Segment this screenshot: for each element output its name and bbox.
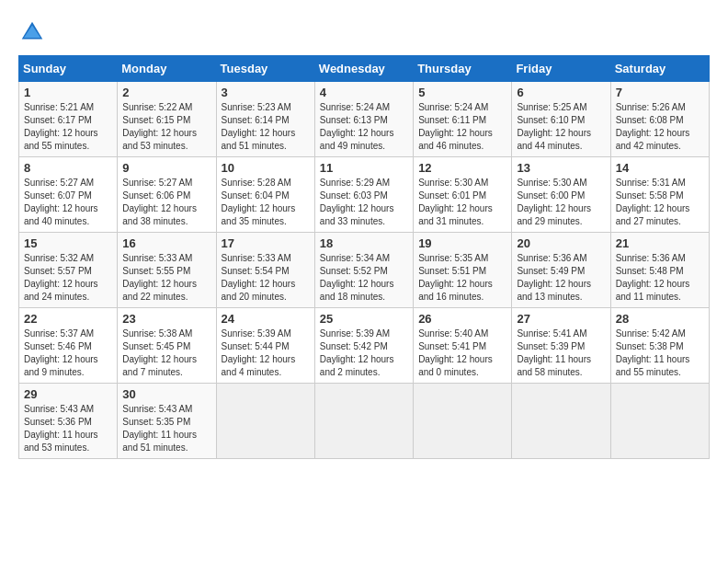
day-info: Sunrise: 5:25 AM Sunset: 6:10 PM Dayligh… <box>517 101 605 153</box>
calendar-cell: 21 Sunrise: 5:36 AM Sunset: 5:48 PM Dayl… <box>610 233 709 308</box>
day-number: 28 <box>616 312 704 326</box>
calendar-cell: 25 Sunrise: 5:39 AM Sunset: 5:42 PM Dayl… <box>314 308 413 384</box>
day-info: Sunrise: 5:39 AM Sunset: 5:42 PM Dayligh… <box>320 327 408 379</box>
calendar-cell: 23 Sunrise: 5:38 AM Sunset: 5:45 PM Dayl… <box>118 308 216 384</box>
calendar-week-row: 29 Sunrise: 5:43 AM Sunset: 5:36 PM Dayl… <box>19 384 710 459</box>
day-info: Sunrise: 5:34 AM Sunset: 5:52 PM Dayligh… <box>320 252 408 304</box>
day-info: Sunrise: 5:42 AM Sunset: 5:38 PM Dayligh… <box>616 327 704 379</box>
day-info: Sunrise: 5:26 AM Sunset: 6:08 PM Dayligh… <box>616 101 704 153</box>
day-info: Sunrise: 5:30 AM Sunset: 6:01 PM Dayligh… <box>418 177 506 228</box>
day-number: 12 <box>418 161 506 175</box>
weekday-header: Tuesday <box>216 56 314 82</box>
day-info: Sunrise: 5:43 AM Sunset: 5:35 PM Dayligh… <box>122 403 210 454</box>
calendar-cell: 30 Sunrise: 5:43 AM Sunset: 5:35 PM Dayl… <box>118 384 216 459</box>
day-number: 2 <box>122 86 210 99</box>
calendar-cell <box>314 384 413 459</box>
calendar-week-row: 8 Sunrise: 5:27 AM Sunset: 6:07 PM Dayli… <box>19 157 710 233</box>
day-number: 17 <box>222 236 310 250</box>
calendar-cell: 22 Sunrise: 5:37 AM Sunset: 5:46 PM Dayl… <box>19 308 118 384</box>
calendar-cell: 4 Sunrise: 5:24 AM Sunset: 6:13 PM Dayli… <box>314 82 413 157</box>
calendar-cell: 12 Sunrise: 5:30 AM Sunset: 6:01 PM Dayl… <box>414 157 512 233</box>
day-info: Sunrise: 5:33 AM Sunset: 5:55 PM Dayligh… <box>122 252 210 304</box>
day-number: 5 <box>418 86 506 99</box>
calendar-cell: 13 Sunrise: 5:30 AM Sunset: 6:00 PM Dayl… <box>512 157 610 233</box>
day-info: Sunrise: 5:39 AM Sunset: 5:44 PM Dayligh… <box>222 327 310 379</box>
calendar-cell <box>610 384 709 459</box>
day-info: Sunrise: 5:22 AM Sunset: 6:15 PM Dayligh… <box>122 101 210 153</box>
day-info: Sunrise: 5:27 AM Sunset: 6:07 PM Dayligh… <box>24 177 112 228</box>
weekday-header-row: SundayMondayTuesdayWednesdayThursdayFrid… <box>19 56 710 82</box>
day-number: 21 <box>616 236 704 250</box>
calendar-table: SundayMondayTuesdayWednesdayThursdayFrid… <box>18 55 710 459</box>
day-number: 20 <box>517 236 605 250</box>
weekday-header: Saturday <box>610 56 709 82</box>
day-number: 14 <box>616 161 704 175</box>
day-number: 18 <box>320 236 408 250</box>
calendar-cell: 19 Sunrise: 5:35 AM Sunset: 5:51 PM Dayl… <box>414 233 512 308</box>
day-number: 19 <box>418 236 506 250</box>
calendar-cell: 17 Sunrise: 5:33 AM Sunset: 5:54 PM Dayl… <box>216 233 314 308</box>
logo-icon <box>18 18 46 46</box>
day-number: 3 <box>222 86 310 99</box>
day-info: Sunrise: 5:40 AM Sunset: 5:41 PM Dayligh… <box>418 327 506 379</box>
day-info: Sunrise: 5:29 AM Sunset: 6:03 PM Dayligh… <box>320 177 408 228</box>
day-number: 9 <box>122 161 210 175</box>
day-info: Sunrise: 5:36 AM Sunset: 5:48 PM Dayligh… <box>616 252 704 304</box>
day-number: 16 <box>122 236 210 250</box>
day-info: Sunrise: 5:35 AM Sunset: 5:51 PM Dayligh… <box>418 252 506 304</box>
day-info: Sunrise: 5:28 AM Sunset: 6:04 PM Dayligh… <box>222 177 310 228</box>
day-info: Sunrise: 5:23 AM Sunset: 6:14 PM Dayligh… <box>222 101 310 153</box>
calendar-cell: 6 Sunrise: 5:25 AM Sunset: 6:10 PM Dayli… <box>512 82 610 157</box>
calendar-cell: 1 Sunrise: 5:21 AM Sunset: 6:17 PM Dayli… <box>19 82 118 157</box>
calendar-cell: 28 Sunrise: 5:42 AM Sunset: 5:38 PM Dayl… <box>610 308 709 384</box>
calendar-week-row: 15 Sunrise: 5:32 AM Sunset: 5:57 PM Dayl… <box>19 233 710 308</box>
day-info: Sunrise: 5:30 AM Sunset: 6:00 PM Dayligh… <box>517 177 605 228</box>
day-info: Sunrise: 5:32 AM Sunset: 5:57 PM Dayligh… <box>24 252 112 304</box>
day-number: 10 <box>222 161 310 175</box>
calendar-cell: 29 Sunrise: 5:43 AM Sunset: 5:36 PM Dayl… <box>19 384 118 459</box>
calendar-cell <box>512 384 610 459</box>
weekday-header: Monday <box>118 56 216 82</box>
weekday-header: Friday <box>512 56 610 82</box>
day-number: 25 <box>320 312 408 326</box>
day-info: Sunrise: 5:21 AM Sunset: 6:17 PM Dayligh… <box>24 101 112 153</box>
day-info: Sunrise: 5:41 AM Sunset: 5:39 PM Dayligh… <box>517 327 605 379</box>
calendar-cell: 7 Sunrise: 5:26 AM Sunset: 6:08 PM Dayli… <box>610 82 709 157</box>
day-number: 24 <box>222 312 310 326</box>
day-number: 6 <box>517 86 605 99</box>
day-number: 1 <box>24 86 112 99</box>
calendar-cell: 18 Sunrise: 5:34 AM Sunset: 5:52 PM Dayl… <box>314 233 413 308</box>
day-number: 29 <box>24 387 112 401</box>
calendar-week-row: 1 Sunrise: 5:21 AM Sunset: 6:17 PM Dayli… <box>19 82 710 157</box>
calendar-cell: 3 Sunrise: 5:23 AM Sunset: 6:14 PM Dayli… <box>216 82 314 157</box>
day-number: 7 <box>616 86 704 99</box>
day-info: Sunrise: 5:33 AM Sunset: 5:54 PM Dayligh… <box>222 252 310 304</box>
calendar-cell: 14 Sunrise: 5:31 AM Sunset: 5:58 PM Dayl… <box>610 157 709 233</box>
logo <box>18 18 50 46</box>
day-info: Sunrise: 5:36 AM Sunset: 5:49 PM Dayligh… <box>517 252 605 304</box>
day-number: 13 <box>517 161 605 175</box>
weekday-header: Sunday <box>19 56 118 82</box>
day-info: Sunrise: 5:24 AM Sunset: 6:11 PM Dayligh… <box>418 101 506 153</box>
calendar-cell: 24 Sunrise: 5:39 AM Sunset: 5:44 PM Dayl… <box>216 308 314 384</box>
calendar-cell: 27 Sunrise: 5:41 AM Sunset: 5:39 PM Dayl… <box>512 308 610 384</box>
day-number: 4 <box>320 86 408 99</box>
day-number: 30 <box>122 387 210 401</box>
weekday-header: Thursday <box>414 56 512 82</box>
calendar-cell: 15 Sunrise: 5:32 AM Sunset: 5:57 PM Dayl… <box>19 233 118 308</box>
day-info: Sunrise: 5:27 AM Sunset: 6:06 PM Dayligh… <box>122 177 210 228</box>
calendar-cell: 20 Sunrise: 5:36 AM Sunset: 5:49 PM Dayl… <box>512 233 610 308</box>
day-number: 27 <box>517 312 605 326</box>
page-header <box>18 18 710 46</box>
calendar-cell <box>414 384 512 459</box>
day-number: 8 <box>24 161 112 175</box>
calendar-cell: 26 Sunrise: 5:40 AM Sunset: 5:41 PM Dayl… <box>414 308 512 384</box>
calendar-cell: 5 Sunrise: 5:24 AM Sunset: 6:11 PM Dayli… <box>414 82 512 157</box>
day-number: 23 <box>122 312 210 326</box>
weekday-header: Wednesday <box>314 56 413 82</box>
calendar-cell: 16 Sunrise: 5:33 AM Sunset: 5:55 PM Dayl… <box>118 233 216 308</box>
calendar-cell: 10 Sunrise: 5:28 AM Sunset: 6:04 PM Dayl… <box>216 157 314 233</box>
day-info: Sunrise: 5:43 AM Sunset: 5:36 PM Dayligh… <box>24 403 112 454</box>
day-info: Sunrise: 5:38 AM Sunset: 5:45 PM Dayligh… <box>122 327 210 379</box>
calendar-week-row: 22 Sunrise: 5:37 AM Sunset: 5:46 PM Dayl… <box>19 308 710 384</box>
